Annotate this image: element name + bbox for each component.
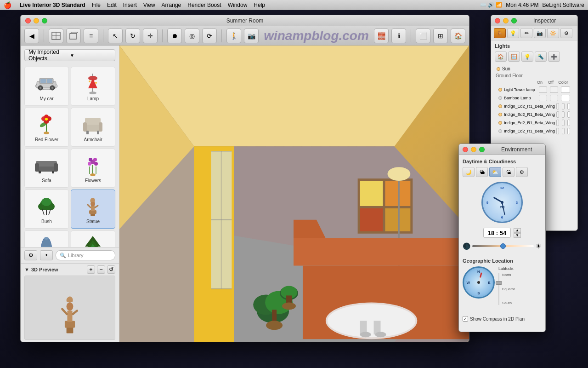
- time-input-field[interactable]: [483, 228, 511, 238]
- inspector-bulb-tab[interactable]: 🔆: [547, 28, 559, 38]
- rotate-tool[interactable]: ↻: [125, 29, 140, 43]
- object-item-vase[interactable]: Vase: [24, 230, 69, 247]
- gear-button[interactable]: •: [40, 250, 53, 260]
- indigo1-off-btn[interactable]: [562, 103, 565, 109]
- object-item-lamp[interactable]: Lamp: [71, 67, 115, 106]
- menu-insert[interactable]: Insert: [123, 2, 137, 8]
- day-btn-4[interactable]: 🌤: [503, 167, 514, 177]
- menu-edit[interactable]: Edit: [107, 2, 117, 8]
- day-btn-1[interactable]: 🌙: [463, 167, 475, 177]
- time-down-button[interactable]: ▼: [514, 233, 521, 238]
- walk-button[interactable]: 🚶: [226, 29, 241, 43]
- floorplan-button[interactable]: [49, 29, 63, 43]
- inspector-maximize-button[interactable]: [511, 18, 517, 23]
- elevation-button[interactable]: ⊞: [433, 29, 448, 43]
- indigo1-on-btn[interactable]: [556, 103, 559, 109]
- home-button[interactable]: 🏠: [451, 29, 465, 43]
- indigo3-color[interactable]: [567, 120, 570, 126]
- bamboo-lamp-color[interactable]: [561, 95, 570, 101]
- view3d-button[interactable]: [66, 29, 81, 43]
- indigo3-off-btn[interactable]: [562, 120, 565, 126]
- light-row-bamboo[interactable]: Bamboo Lamp: [495, 94, 574, 102]
- maximize-button[interactable]: [42, 18, 47, 23]
- light-row-indigo-2[interactable]: Indigo_Ed2_R1_Beta_Wing: [495, 110, 574, 119]
- tower-lamp-color[interactable]: [561, 86, 570, 93]
- day-btn-2[interactable]: 🌥: [476, 167, 488, 177]
- indigo1-color[interactable]: [567, 103, 570, 109]
- pointer-tool[interactable]: ↖: [108, 29, 123, 43]
- day-btn-5[interactable]: ⚙: [516, 167, 528, 177]
- object-item-sofa[interactable]: Sofa: [24, 149, 69, 188]
- object-item-flowers[interactable]: Flowers: [71, 149, 115, 188]
- tower-lamp-off-btn[interactable]: [550, 86, 558, 93]
- indigo2-color[interactable]: [567, 111, 570, 118]
- object-item-tree[interactable]: Great Tree: [71, 230, 115, 247]
- tower-lamp-on-btn[interactable]: [539, 86, 547, 93]
- move-tool[interactable]: ✛: [143, 29, 158, 43]
- indigo2-on-btn[interactable]: [556, 111, 559, 118]
- menu-help[interactable]: Help: [254, 2, 265, 8]
- indigo4-on-btn[interactable]: [556, 128, 559, 134]
- light-item-sun[interactable]: Sun: [495, 65, 574, 72]
- back-button[interactable]: ◀: [24, 29, 39, 43]
- light-row-indigo-3[interactable]: Indigo_Ed2_R1_Beta_Wing: [495, 119, 574, 127]
- apple-menu[interactable]: 🍎: [4, 1, 11, 9]
- inspector-furniture-tab[interactable]: 🪑: [494, 28, 506, 38]
- light-row-indigo-1[interactable]: Indigo_Ed2_R1_Beta_Wing: [495, 102, 574, 110]
- light-btn-1[interactable]: 🏠: [495, 52, 507, 62]
- zoom-out-button[interactable]: −: [97, 265, 105, 274]
- zoom-in-button[interactable]: +: [87, 265, 95, 274]
- lat-slider-thumb[interactable]: [496, 281, 502, 285]
- light-btn-2[interactable]: 🪟: [508, 52, 520, 62]
- show-compass-checkbox[interactable]: ✓: [463, 316, 468, 322]
- material-button[interactable]: 🧱: [374, 29, 389, 43]
- info-button[interactable]: ℹ: [391, 29, 406, 43]
- brightness-slider[interactable]: [472, 245, 534, 247]
- indigo2-off-btn[interactable]: [562, 111, 565, 118]
- inspector-minimize-button[interactable]: [503, 18, 509, 23]
- light-row-indigo-4[interactable]: Indigo_Ed2_R1_Beta_Wing: [495, 127, 574, 135]
- library-search[interactable]: 🔍 Library: [56, 250, 115, 260]
- object-item-statue[interactable]: Statue: [71, 190, 115, 229]
- zoom-reset-button[interactable]: ↺: [107, 265, 115, 274]
- indigo4-color[interactable]: [567, 128, 570, 134]
- inspector-pencil-tab[interactable]: ✏: [520, 28, 532, 38]
- menu-view[interactable]: View: [143, 2, 155, 8]
- pan-button[interactable]: ⟳: [202, 29, 217, 43]
- settings-tool-button[interactable]: ⚙: [24, 250, 37, 260]
- camera-button[interactable]: 📷: [244, 29, 259, 43]
- canvas-area[interactable]: [119, 46, 469, 342]
- indigo3-on-btn[interactable]: [556, 120, 559, 126]
- menu-arrange[interactable]: Arrange: [162, 2, 181, 8]
- day-btn-3[interactable]: ⛅: [489, 167, 501, 177]
- inspector-close-button[interactable]: [495, 18, 500, 23]
- time-up-button[interactable]: ▲: [514, 228, 521, 233]
- indigo4-off-btn[interactable]: [562, 128, 565, 134]
- plan-view-button[interactable]: ⬜: [416, 29, 430, 43]
- app-name[interactable]: Live Interior 3D Standard: [20, 2, 85, 8]
- menu-file[interactable]: File: [92, 2, 101, 8]
- light-btn-add[interactable]: ➕: [548, 52, 560, 62]
- light-btn-4[interactable]: 🔦: [535, 52, 547, 62]
- env-maximize-button[interactable]: [479, 147, 485, 152]
- env-close-button[interactable]: [463, 147, 468, 152]
- bamboo-lamp-off-btn[interactable]: [550, 95, 558, 101]
- close-button[interactable]: [25, 18, 31, 23]
- objects-dropdown[interactable]: My Imported Objects ▼: [24, 49, 115, 61]
- list-view-button[interactable]: ≡: [84, 29, 98, 43]
- orbit-button[interactable]: ◎: [185, 29, 199, 43]
- object-item-armchair[interactable]: Armchair: [71, 108, 115, 147]
- object-item-flower[interactable]: Red Flower: [24, 108, 69, 147]
- object-item-bush[interactable]: Bush: [24, 190, 69, 229]
- menu-window[interactable]: Window: [228, 2, 248, 8]
- light-row-tower-lamp[interactable]: Light Tower lamp: [495, 86, 574, 94]
- inspector-camera-tab[interactable]: 📷: [534, 28, 546, 38]
- menu-render[interactable]: Render Boost: [187, 2, 221, 8]
- record-button[interactable]: ⏺: [167, 29, 182, 43]
- minimize-button[interactable]: [34, 18, 39, 23]
- light-btn-3[interactable]: 💡: [521, 52, 533, 62]
- brightness-thumb[interactable]: [500, 243, 506, 249]
- env-minimize-button[interactable]: [471, 147, 476, 152]
- inspector-settings-tab[interactable]: ⚙: [560, 28, 572, 38]
- object-item-car[interactable]: My car: [24, 67, 69, 106]
